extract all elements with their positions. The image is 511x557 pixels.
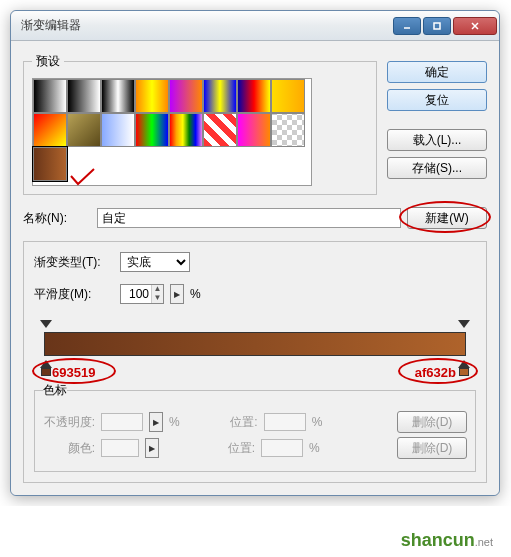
opacity-stop-right[interactable]: [458, 320, 470, 332]
preset-swatch[interactable]: [203, 113, 237, 147]
pct-label: %: [309, 441, 320, 455]
svg-rect-1: [434, 23, 440, 29]
pct-label: %: [169, 415, 180, 429]
preset-swatch[interactable]: [101, 113, 135, 147]
preset-swatch[interactable]: [135, 113, 169, 147]
minimize-button[interactable]: [393, 17, 421, 35]
stops-fieldset: 色标 不透明度: ▶ % 位置: % 删除(D) 颜色: ▶ 位置:: [34, 382, 476, 472]
annotation-end-hex: af632b: [415, 365, 456, 380]
color-stop-left[interactable]: [40, 360, 52, 372]
smooth-input[interactable]: ▲▼: [120, 284, 164, 304]
preset-swatch[interactable]: [237, 79, 271, 113]
presets-legend: 预设: [32, 53, 64, 70]
dropdown-icon: ▶: [145, 438, 159, 458]
preset-swatch[interactable]: [67, 113, 101, 147]
preset-swatch[interactable]: [33, 113, 67, 147]
type-select[interactable]: 实底: [120, 252, 190, 272]
color-swatch: [101, 439, 139, 457]
delete-opacity-button: 删除(D): [397, 411, 467, 433]
preset-swatch[interactable]: [33, 147, 67, 181]
smooth-unit: %: [190, 287, 201, 301]
reset-label: 复位: [425, 92, 449, 109]
gradient-editor-window: 渐变编辑器 预设: [10, 10, 500, 496]
position-label: 位置:: [203, 440, 255, 457]
save-button[interactable]: 存储(S)...: [387, 157, 487, 179]
ok-label: 确定: [425, 64, 449, 81]
color-stop-right[interactable]: [458, 360, 470, 372]
smooth-label: 平滑度(M):: [34, 286, 114, 303]
preset-swatch[interactable]: [169, 113, 203, 147]
color-position-input: [261, 439, 303, 457]
delete-color-button: 删除(D): [397, 437, 467, 459]
opacity-input: [101, 413, 143, 431]
preset-swatch[interactable]: [135, 79, 169, 113]
preset-swatch[interactable]: [101, 79, 135, 113]
stops-legend: 色标: [43, 382, 67, 399]
opacity-stop-left[interactable]: [40, 320, 52, 332]
pct-label: %: [312, 415, 323, 429]
save-label: 存储(S)...: [412, 160, 462, 177]
load-label: 载入(L)...: [413, 132, 462, 149]
preset-swatch[interactable]: [271, 79, 305, 113]
opacity-position-input: [264, 413, 306, 431]
preset-swatch[interactable]: [169, 79, 203, 113]
color-label: 颜色:: [43, 440, 95, 457]
spin-down-icon[interactable]: ▼: [151, 294, 163, 303]
smooth-value[interactable]: [121, 287, 151, 301]
gradient-fieldset: 渐变类型(T): 实底 平滑度(M): ▲▼ ▶ %: [23, 241, 487, 483]
dropdown-icon: ▶: [149, 412, 163, 432]
titlebar[interactable]: 渐变编辑器: [11, 11, 499, 41]
annotation-start-hex: 693519: [52, 365, 95, 380]
presets-fieldset: 预设: [23, 53, 377, 195]
opacity-label: 不透明度:: [43, 414, 95, 431]
window-title: 渐变编辑器: [21, 17, 393, 34]
preset-swatch[interactable]: [271, 113, 305, 147]
ok-button[interactable]: 确定: [387, 61, 487, 83]
preset-grid[interactable]: [32, 78, 312, 186]
type-label: 渐变类型(T):: [34, 254, 114, 271]
new-label: 新建(W): [425, 210, 468, 227]
preset-swatch[interactable]: [67, 79, 101, 113]
preset-swatch[interactable]: [237, 113, 271, 147]
dropdown-icon[interactable]: ▶: [170, 284, 184, 304]
position-label: 位置:: [206, 414, 258, 431]
reset-button[interactable]: 复位: [387, 89, 487, 111]
name-input[interactable]: [97, 208, 401, 228]
load-button[interactable]: 载入(L)...: [387, 129, 487, 151]
name-label: 名称(N):: [23, 210, 91, 227]
gradient-bar[interactable]: [44, 332, 466, 356]
preset-swatch[interactable]: [33, 79, 67, 113]
preset-swatch[interactable]: [203, 79, 237, 113]
close-button[interactable]: [453, 17, 497, 35]
new-button[interactable]: 新建(W): [407, 207, 487, 229]
maximize-button[interactable]: [423, 17, 451, 35]
gradient-bar-area: 693519 af632b: [34, 322, 476, 382]
